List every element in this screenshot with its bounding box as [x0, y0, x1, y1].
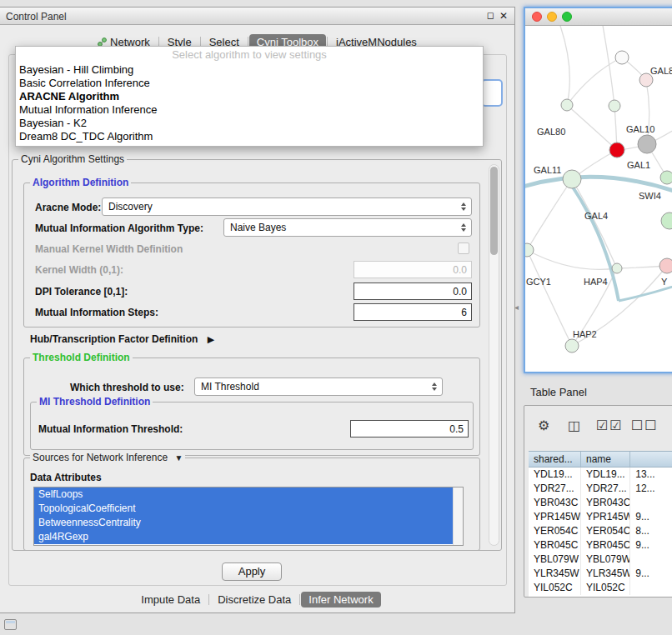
select-all-icon[interactable]: ☑☑	[596, 418, 624, 433]
apply-button[interactable]: Apply	[222, 562, 282, 581]
network-canvas[interactable]: GAL8GAL80GAL10GAL11GAL1SWI4GAL4GCY1HAP4Y…	[525, 26, 672, 372]
tab-impute-data[interactable]: Impute Data	[133, 592, 208, 608]
network-node[interactable]	[609, 100, 620, 112]
data-attribute-betweennesscentrality[interactable]: BetweennessCentrality	[34, 516, 453, 530]
minimize-traffic-icon[interactable]	[547, 12, 557, 22]
table-row[interactable]: YBR043CYBR043C	[529, 496, 672, 510]
network-node-label: HAP2	[573, 329, 597, 339]
network-node-label: GAL8	[650, 66, 672, 76]
algorithm-option-mutual-information-inference[interactable]: Mutual Information Inference	[16, 103, 483, 117]
dock-window-icon[interactable]	[4, 619, 17, 630]
network-node[interactable]	[660, 171, 672, 184]
column-header-col2[interactable]	[630, 452, 672, 467]
dpi-tolerance-input[interactable]: 0.0	[354, 282, 472, 300]
data-attribute-selfloops[interactable]: SelfLoops	[34, 488, 453, 502]
table-cell: YIL052C	[529, 581, 581, 595]
settings-scrollbar-thumb[interactable]	[490, 167, 498, 255]
table-row[interactable]: YIL052CYIL052C	[529, 581, 672, 595]
network-node-label: GAL80	[537, 127, 565, 137]
popup-items: Bayesian - Hill ClimbingBasic Correlatio…	[16, 63, 483, 143]
deselect-all-icon[interactable]: ☐☐	[631, 418, 659, 433]
table-cell: 12...	[630, 482, 672, 496]
network-node[interactable]	[525, 243, 534, 257]
which-threshold-value: MI Threshold	[201, 381, 259, 392]
settings-scrollbar[interactable]	[489, 164, 499, 546]
stepper-arrows-icon	[461, 223, 466, 232]
network-node[interactable]	[659, 258, 672, 273]
network-node[interactable]	[563, 170, 581, 188]
network-node[interactable]	[561, 99, 573, 111]
network-node[interactable]	[565, 339, 579, 352]
triangle-down-icon: ▼	[174, 453, 183, 462]
attributes-list-scrollbar[interactable]	[453, 488, 463, 545]
table-cell: YLR345W	[581, 567, 630, 581]
algorithm-option-dream8-dc-tdc-algorithm[interactable]: Dream8 DC_TDC Algorithm	[16, 130, 483, 143]
which-threshold-select[interactable]: MI Threshold	[194, 378, 443, 396]
tab-discretize-data[interactable]: Discretize Data	[210, 592, 298, 608]
table-row[interactable]: YPR145WYPR145W9...	[529, 510, 672, 524]
mi-steps-input[interactable]: 6	[354, 303, 472, 321]
network-node[interactable]	[661, 212, 672, 229]
mi-algorithm-type-label: Mutual Information Algorithm Type:	[35, 222, 203, 234]
table-cell: YER054C	[581, 524, 630, 538]
mi-threshold-label: Mutual Information Threshold:	[38, 423, 183, 435]
which-threshold-label: Which threshold to use:	[70, 382, 184, 393]
network-node[interactable]	[612, 263, 622, 273]
screen: Control Panel ◻ ✕ NetworkStyleSelectCyni…	[0, 0, 672, 635]
network-node[interactable]	[638, 135, 656, 153]
column-header-shared[interactable]: shared...	[529, 452, 581, 467]
network-node-label: GAL1	[627, 160, 650, 170]
zoom-traffic-icon[interactable]	[562, 12, 572, 22]
sources-toggle[interactable]: Sources for Network Inference ▼	[30, 452, 185, 463]
algorithm-combobox-fragment[interactable]	[481, 79, 503, 107]
aracne-mode-select[interactable]: Discovery	[102, 198, 472, 216]
algorithm-option-basic-correlation-inference[interactable]: Basic Correlation Inference	[16, 77, 483, 90]
table-row[interactable]: YDR27...YDR27...12...	[529, 482, 672, 496]
algorithm-option-bayesian-k2[interactable]: Bayesian - K2	[16, 117, 483, 130]
manual-kernel-checkbox[interactable]	[458, 242, 469, 254]
table-cell: 9...	[630, 567, 672, 581]
table-row[interactable]: YDL19...YDL19...13...	[529, 468, 672, 482]
panel-divider-handle[interactable]: ◂	[514, 302, 519, 312]
table-row[interactable]: YLR345WYLR345W9...	[529, 567, 672, 581]
tab-infer-network[interactable]: Infer Network	[301, 592, 380, 608]
table-cell: YDR27...	[529, 482, 581, 496]
data-attributes-list[interactable]: SelfLoopsTopologicalCoefficientBetweenne…	[33, 487, 464, 546]
close-traffic-icon[interactable]	[532, 12, 542, 22]
table-cell: YBR045C	[581, 538, 630, 552]
close-icon[interactable]: ✕	[499, 10, 508, 22]
network-node-label: GAL11	[534, 165, 561, 175]
columns-icon[interactable]: ◫	[568, 418, 582, 433]
gear-icon[interactable]: ⚙	[538, 418, 551, 433]
table-cell: YDR27...	[581, 482, 630, 496]
mi-algorithm-type-select[interactable]: Naive Bayes	[223, 218, 472, 237]
table-cell: 8...	[630, 524, 672, 538]
manual-kernel-label: Manual Kernel Width Definition	[35, 243, 183, 255]
network-node[interactable]	[609, 142, 624, 158]
column-header-name[interactable]: name	[581, 452, 630, 467]
network-node-label: SWI4	[639, 191, 661, 201]
network-edge	[527, 250, 617, 269]
table-cell: YBR043C	[581, 496, 630, 510]
mi-threshold-legend: MI Threshold Definition	[37, 396, 153, 408]
table-row[interactable]: YER054CYER054C8...	[529, 524, 672, 538]
hub-definition-toggle[interactable]: Hub/Transcription Factor Definition ▶	[30, 333, 214, 345]
table-row[interactable]: YBL079WYBL079W	[529, 552, 672, 567]
data-attribute-topologicalcoefficient[interactable]: TopologicalCoefficient	[34, 502, 453, 516]
kernel-width-input[interactable]: 0.0	[354, 261, 472, 278]
table-row[interactable]: YBR045CYBR045C9...	[529, 538, 672, 552]
network-edge	[619, 284, 672, 301]
network-node[interactable]	[615, 51, 629, 64]
table-body: YDL19...YDL19...13...YDR27...YDR27...12.…	[529, 468, 672, 597]
table-cell: YDL19...	[529, 468, 581, 482]
tab-separator	[299, 594, 300, 605]
mi-threshold-input[interactable]: 0.5	[350, 420, 469, 438]
dpi-tolerance-label: DPI Tolerance [0,1]:	[35, 286, 128, 298]
table-cell: YIL052C	[581, 581, 630, 595]
algorithm-option-aracne-algorithm[interactable]: ARACNE Algorithm	[16, 90, 483, 103]
float-window-icon[interactable]: ◻	[487, 10, 494, 21]
table-cell: 9...	[630, 510, 672, 524]
mi-steps-label: Mutual Information Steps:	[35, 307, 158, 318]
algorithm-option-bayesian-hill-climbing[interactable]: Bayesian - Hill Climbing	[16, 63, 483, 77]
data-attribute-gal4rgexp[interactable]: gal4RGexp	[34, 530, 453, 544]
